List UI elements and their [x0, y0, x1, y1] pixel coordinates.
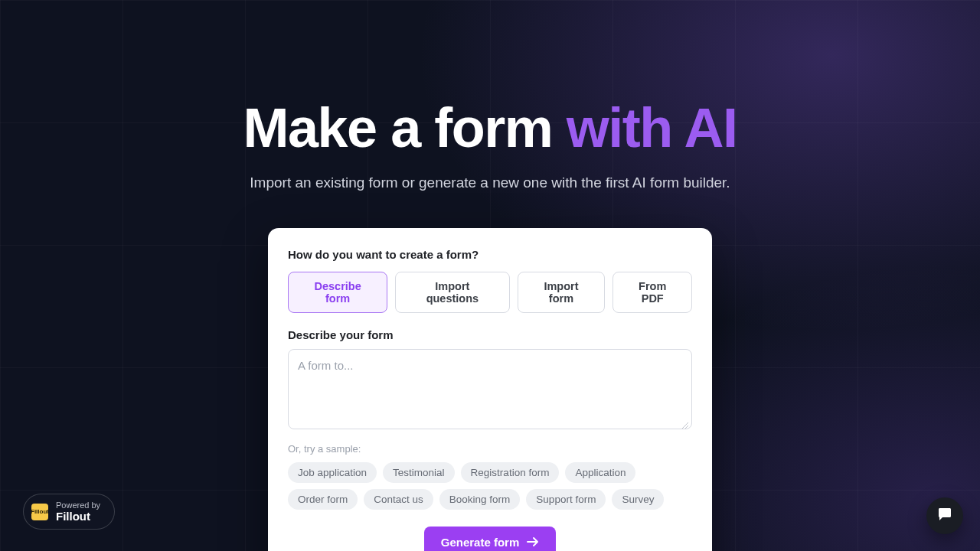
arrow-right-icon — [527, 536, 539, 547]
tab-import-form[interactable]: Import form — [518, 272, 606, 313]
fillout-logo-icon: Fillout — [31, 504, 48, 520]
sample-label: Or, try a sample: — [288, 443, 692, 455]
sample-registration-form[interactable]: Registration form — [461, 462, 560, 483]
sample-support-form[interactable]: Support form — [526, 489, 606, 510]
sample-chips: Job application Testimonial Registration… — [288, 462, 692, 510]
tab-from-pdf[interactable]: From PDF — [612, 272, 692, 313]
powered-small: Powered by — [56, 500, 100, 510]
hero-section: Make a form with AI Import an existing f… — [0, 0, 980, 551]
powered-brand: Fillout — [56, 510, 100, 523]
powered-text: Powered by Fillout — [56, 500, 100, 523]
create-method-label: How do you want to create a form? — [288, 248, 692, 261]
textarea-wrap — [288, 349, 692, 432]
form-card: How do you want to create a form? Descri… — [268, 228, 712, 551]
generate-label: Generate form — [441, 536, 520, 549]
chat-launcher-button[interactable] — [926, 497, 963, 534]
title-accent: with AI — [567, 97, 737, 158]
sample-booking-form[interactable]: Booking form — [439, 489, 521, 510]
create-method-tabs: Describe form Import questions Import fo… — [288, 272, 692, 313]
sample-survey[interactable]: Survey — [612, 489, 664, 510]
powered-by-badge[interactable]: Fillout Powered by Fillout — [23, 494, 115, 530]
tab-describe-form[interactable]: Describe form — [288, 272, 387, 313]
title-main: Make a form — [243, 97, 567, 158]
sample-job-application[interactable]: Job application — [288, 462, 377, 483]
generate-row: Generate form — [288, 527, 692, 551]
sample-contact-us[interactable]: Contact us — [364, 489, 433, 510]
generate-form-button[interactable]: Generate form — [424, 527, 557, 551]
describe-label: Describe your form — [288, 328, 692, 341]
sample-application[interactable]: Application — [565, 462, 635, 483]
chat-icon — [936, 505, 954, 527]
page-title: Make a form with AI — [0, 99, 980, 158]
describe-form-input[interactable] — [288, 349, 692, 429]
sample-testimonial[interactable]: Testimonial — [383, 462, 455, 483]
sample-order-form[interactable]: Order form — [288, 489, 358, 510]
tab-import-questions[interactable]: Import questions — [395, 272, 509, 313]
page-subtitle: Import an existing form or generate a ne… — [0, 174, 980, 191]
